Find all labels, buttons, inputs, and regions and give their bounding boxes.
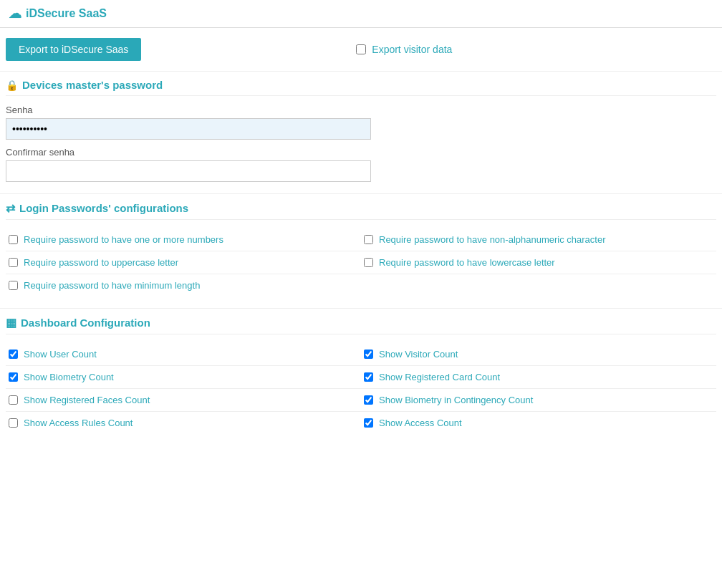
dashboard-section: ▦ Dashboard Configuration Show User Coun… — [0, 309, 722, 445]
login-cb-left-1: Require password to have one or more num… — [6, 228, 361, 251]
cb-minlength-label: Require password to have minimum length — [24, 280, 200, 291]
login-cb-left-2: Require password to uppercase letter — [6, 251, 361, 274]
devices-password-section: 🔒 Devices master's password Senha Confir… — [0, 72, 722, 194]
cb-biometry-count[interactable] — [9, 372, 18, 382]
confirmar-label: Confirmar senha — [6, 147, 716, 158]
dashboard-right-3: Show Access Count — [361, 412, 716, 434]
login-cb-right-2: Require password to have lowercase lette… — [361, 251, 716, 274]
cb-access-count-label: Show Access Count — [379, 418, 462, 428]
cb-user-count[interactable] — [9, 350, 18, 359]
cb-contingency-count-label: Show Biometry in Contingency Count — [379, 395, 533, 405]
cb-access-rules-count-label: Show Access Rules Count — [24, 418, 133, 428]
devices-password-header: 🔒 Devices master's password — [6, 79, 716, 96]
cb-nonalpha-label: Require password to have non-alphanumeri… — [379, 234, 606, 245]
dashboard-row-2: Show Registered Faces Count Show Biometr… — [6, 389, 716, 412]
dashboard-right-1: Show Registered Card Count — [361, 366, 716, 388]
senha-input[interactable] — [6, 118, 371, 140]
login-cb-right-1: Require password to have non-alphanumeri… — [361, 228, 716, 251]
grid-icon: ▦ — [6, 316, 16, 329]
confirmar-input[interactable] — [6, 160, 371, 182]
app-title-bar: ☁ iDSecure SaaS — [9, 6, 107, 21]
export-visitor-text: Export visitor data — [372, 44, 452, 55]
dashboard-left-1: Show Biometry Count — [6, 366, 361, 388]
dashboard-left-3: Show Access Rules Count — [6, 412, 361, 434]
cb-user-count-label: Show User Count — [24, 349, 97, 360]
dashboard-left-2: Show Registered Faces Count — [6, 389, 361, 411]
login-cb-row-1: Require password to have one or more num… — [6, 228, 716, 251]
export-visitor-label[interactable]: Export visitor data — [356, 44, 452, 55]
dashboard-row-3: Show Access Rules Count Show Access Coun… — [6, 412, 716, 434]
export-visitor-checkbox[interactable] — [356, 44, 366, 54]
cb-uppercase[interactable] — [9, 258, 18, 267]
cb-nonalpha[interactable] — [364, 235, 373, 244]
cb-lowercase-label: Require password to have lowercase lette… — [379, 257, 555, 268]
export-row: Export to iDSecure Saas Export visitor d… — [0, 28, 722, 72]
senha-label: Senha — [6, 105, 716, 115]
login-cb-row-2: Require password to uppercase letter Req… — [6, 251, 716, 274]
login-passwords-section: ⇄ Login Passwords' configurations Requir… — [0, 194, 722, 309]
login-section-title: Login Passwords' configurations — [19, 202, 188, 214]
cb-contingency-count[interactable] — [364, 395, 373, 405]
cb-visitor-count[interactable] — [364, 350, 373, 359]
dashboard-right-2: Show Biometry in Contingency Count — [361, 389, 716, 411]
cb-visitor-count-label: Show Visitor Count — [379, 349, 458, 360]
login-cb-right-3 — [361, 274, 716, 297]
login-cb-left-3: Require password to have minimum length — [6, 274, 361, 297]
cb-access-rules-count[interactable] — [9, 418, 18, 428]
shuffle-icon: ⇄ — [6, 201, 15, 215]
cb-numbers-label: Require password to have one or more num… — [24, 234, 223, 245]
export-button[interactable]: Export to iDSecure Saas — [6, 38, 141, 61]
dashboard-left-0: Show User Count — [6, 343, 361, 365]
cb-minlength[interactable] — [9, 281, 18, 290]
cb-faces-count-label: Show Registered Faces Count — [24, 395, 150, 405]
lock-icon: 🔒 — [6, 79, 18, 91]
app-title: iDSecure SaaS — [26, 7, 107, 20]
app-header: ☁ iDSecure SaaS — [0, 0, 722, 28]
cloud-icon: ☁ — [9, 6, 21, 21]
dashboard-row-1: Show Biometry Count Show Registered Card… — [6, 366, 716, 389]
cb-card-count[interactable] — [364, 372, 373, 382]
dashboard-title: Dashboard Configuration — [21, 317, 150, 329]
login-section-header: ⇄ Login Passwords' configurations — [6, 201, 716, 220]
cb-card-count-label: Show Registered Card Count — [379, 372, 500, 382]
cb-numbers[interactable] — [9, 235, 18, 244]
devices-password-title: Devices master's password — [22, 79, 163, 91]
login-cb-row-3: Require password to have minimum length — [6, 274, 716, 297]
cb-uppercase-label: Require password to uppercase letter — [24, 257, 178, 268]
cb-access-count[interactable] — [364, 418, 373, 428]
dashboard-section-header: ▦ Dashboard Configuration — [6, 316, 716, 334]
cb-lowercase[interactable] — [364, 258, 373, 267]
dashboard-right-0: Show Visitor Count — [361, 343, 716, 365]
cb-faces-count[interactable] — [9, 395, 18, 405]
cb-biometry-count-label: Show Biometry Count — [24, 372, 114, 382]
dashboard-row-0: Show User Count Show Visitor Count — [6, 343, 716, 366]
